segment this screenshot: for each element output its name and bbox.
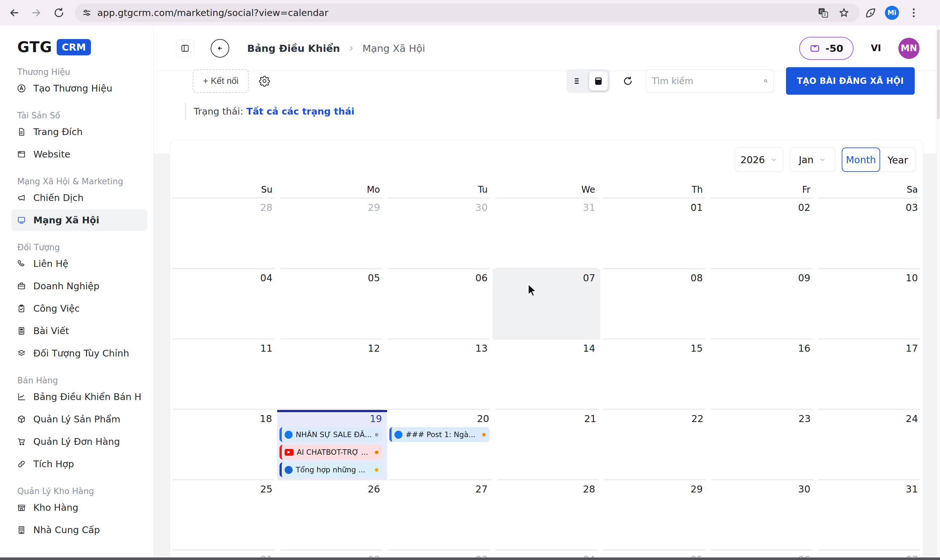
- settings-button[interactable]: [258, 75, 271, 87]
- address-bar[interactable]: app.gtgcrm.com/marketing/social?view=cal…: [75, 3, 859, 22]
- browser-back-icon[interactable]: [7, 6, 21, 20]
- month-view-tab[interactable]: Month: [842, 148, 880, 172]
- calendar-day-cell[interactable]: 16: [708, 340, 815, 410]
- sidebar-item-social-media[interactable]: Mạng Xã Hội: [12, 209, 147, 231]
- bookmark-star-icon[interactable]: [838, 6, 851, 19]
- scrollbar-thumb[interactable]: [937, 29, 940, 119]
- browser-reload-icon[interactable]: [52, 6, 66, 20]
- article-icon: [17, 326, 26, 336]
- calendar-day-cell[interactable]: 31: [493, 199, 600, 269]
- sidebar-item-label: Trang Đích: [33, 126, 83, 137]
- calendar-day-cell[interactable]: 23: [709, 410, 816, 480]
- day-number: 19: [277, 413, 387, 424]
- social-toolbar: + Kết nối: [154, 66, 940, 95]
- search-input-wrapper: [646, 69, 774, 92]
- create-post-button[interactable]: TẠO BÀI ĐĂNG XÃ HỘI: [786, 67, 915, 95]
- day-number: 23: [709, 413, 816, 424]
- sidebar-item-warehouse[interactable]: Kho Hàng: [12, 497, 147, 518]
- day-number: 20: [387, 413, 494, 424]
- sidebar-item-website[interactable]: Website: [12, 143, 147, 165]
- calendar-day-cell[interactable]: 25: [170, 480, 277, 551]
- calendar-day-cell[interactable]: 12: [277, 340, 385, 410]
- breadcrumb-dashboard[interactable]: Bảng Điều Khiển: [247, 43, 340, 54]
- user-avatar[interactable]: MN: [898, 38, 920, 59]
- calendar-day-cell[interactable]: 22: [602, 410, 709, 480]
- calendar-day-cell[interactable]: 19NHÂN SỰ SALE ĐẮ...AI CHATBOT-TRỢ ...Tổ…: [277, 410, 387, 480]
- browser-menu-dots-icon[interactable]: [907, 6, 920, 19]
- calendar-day-cell[interactable]: 27: [385, 480, 493, 551]
- calendar-day-cell[interactable]: 08: [600, 269, 708, 340]
- calendar-day-cell[interactable]: 13: [385, 340, 493, 410]
- calendar-day-cell[interactable]: 02: [708, 199, 815, 269]
- sidebar-item-product-management[interactable]: Quản Lý Sản Phẩm: [12, 408, 147, 430]
- year-value: 2026: [741, 154, 765, 165]
- tune-icon[interactable]: [81, 8, 92, 18]
- calendar-day-cell[interactable]: 06: [385, 269, 493, 340]
- calendar-day-cell[interactable]: 29: [600, 480, 708, 551]
- circle-back-icon: [216, 44, 225, 53]
- calendar-week-row: 28293031010203: [170, 199, 923, 269]
- browser-forward-icon[interactable]: [29, 6, 43, 20]
- sidebar-item-order-management[interactable]: Quản Lý Đơn Hàng: [12, 431, 147, 452]
- calendar-day-cell[interactable]: 30: [385, 199, 493, 269]
- refresh-button[interactable]: [622, 75, 633, 87]
- window-bottom-edge: [0, 557, 940, 560]
- search-icon[interactable]: [764, 75, 768, 86]
- back-button[interactable]: [211, 39, 229, 58]
- sidebar-item-contacts[interactable]: Liên Hệ: [12, 253, 147, 275]
- calendar-day-cell[interactable]: 30: [708, 480, 815, 551]
- status-filter-link[interactable]: Tất cả các trạng thái: [247, 106, 354, 117]
- connect-button[interactable]: + Kết nối: [193, 69, 249, 93]
- browser-profile-avatar[interactable]: Mi: [885, 6, 899, 20]
- calendar-day-cell[interactable]: 15: [600, 340, 708, 410]
- calendar-day-cell[interactable]: 11: [170, 340, 277, 410]
- year-view-tab[interactable]: Year: [880, 148, 916, 172]
- calendar-day-cell[interactable]: 17: [815, 340, 923, 410]
- language-selector[interactable]: VI: [871, 43, 881, 54]
- calendar-day-cell[interactable]: 24: [816, 410, 923, 480]
- sidebar-item-tasks[interactable]: Công Việc: [12, 298, 147, 319]
- sidebar-item-custom-objects[interactable]: Đối Tượng Tùy Chỉnh: [12, 342, 147, 364]
- event-chip[interactable]: AI CHATBOT-TRỢ ...: [279, 445, 382, 460]
- sidebar-item-suppliers[interactable]: Nhà Cung Cấp: [12, 519, 147, 541]
- sidebar-item-integrations[interactable]: Tích Hợp: [12, 453, 147, 475]
- search-input[interactable]: [652, 76, 764, 86]
- sidebar-item-posts[interactable]: Bài Viết: [12, 320, 147, 342]
- calendar-day-cell[interactable]: 14: [493, 340, 600, 410]
- calendar-day-cell[interactable]: 28: [493, 480, 600, 551]
- translate-icon[interactable]: G 文: [817, 7, 829, 19]
- calendar-day-cell[interactable]: 20### Post 1: Ngà...: [387, 410, 494, 480]
- wallet-balance-badge[interactable]: -50: [799, 37, 854, 60]
- calendar-day-cell[interactable]: 29: [277, 199, 385, 269]
- cube-icon: [17, 414, 26, 424]
- calendar-day-cell[interactable]: 03: [815, 199, 923, 269]
- month-select[interactable]: Jan: [790, 148, 835, 172]
- event-chip[interactable]: NHÂN SỰ SALE ĐẮ...: [279, 427, 382, 442]
- weekday-label: Tu: [385, 183, 493, 199]
- calendar-day-cell[interactable]: 26: [277, 480, 385, 551]
- calendar-day-cell[interactable]: 01: [600, 199, 708, 269]
- calendar-day-cell[interactable]: 09: [708, 269, 815, 340]
- list-view-button[interactable]: [569, 71, 587, 91]
- sidebar-item-landing-page[interactable]: Trang Đích: [12, 121, 147, 143]
- event-chip[interactable]: Tổng hợp những ...: [279, 462, 382, 477]
- sidebar-toggle-button[interactable]: [176, 39, 194, 57]
- sidebar-item-create-brand[interactable]: Tạo Thương Hiệu: [12, 77, 147, 99]
- page-scrollbar[interactable]: [936, 26, 940, 560]
- event-chip[interactable]: ### Post 1: Ngà...: [389, 427, 490, 442]
- sidebar-item-campaigns[interactable]: Chiến Dịch: [12, 187, 147, 209]
- calendar-day-cell[interactable]: 18: [170, 410, 277, 480]
- calendar-day-cell[interactable]: 28: [170, 199, 277, 269]
- calendar-day-cell[interactable]: 10: [815, 269, 923, 340]
- battery-saver-icon[interactable]: [864, 6, 877, 20]
- calendar-day-cell[interactable]: 04: [170, 269, 277, 340]
- calendar-day-cell[interactable]: 31: [815, 480, 923, 551]
- calendar-day-cell[interactable]: 07: [493, 269, 600, 340]
- sidebar-item-companies[interactable]: Doanh Nghiệp: [12, 275, 147, 297]
- year-select[interactable]: 2026: [735, 148, 783, 172]
- calendar-day-cell[interactable]: 21: [494, 410, 602, 480]
- calendar-day-cell[interactable]: 05: [277, 269, 385, 340]
- day-number: 05: [277, 272, 385, 283]
- calendar-view-button[interactable]: [589, 71, 608, 91]
- sidebar-item-sales-dashboard[interactable]: Bảng Điều Khiển Bán H...: [12, 386, 147, 408]
